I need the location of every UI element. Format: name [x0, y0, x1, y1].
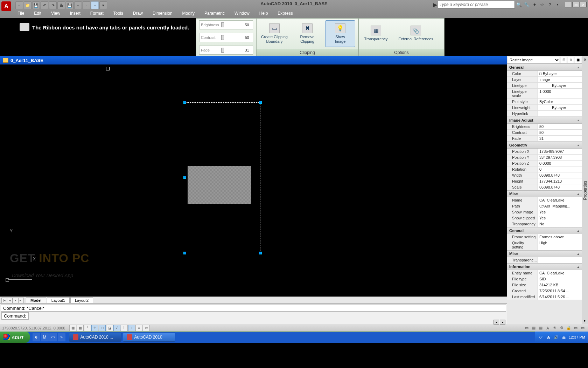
show-image-button[interactable]: 💡Show Image — [325, 20, 355, 47]
prop-group-header[interactable]: Geometry▲ — [507, 142, 582, 149]
qat-workspace-icon[interactable]: ▫ — [91, 1, 99, 9]
create-clipping-button[interactable]: ▭Create Clipping Boundary — [259, 20, 289, 47]
help-icon[interactable]: ? — [546, 1, 553, 8]
prop-group-header[interactable]: Information▲ — [507, 263, 582, 270]
prop-row[interactable]: Color□ ByLayer — [507, 71, 582, 77]
grip-tl[interactable] — [183, 101, 186, 104]
prop-row[interactable]: Fade31 — [507, 136, 582, 142]
menu-help[interactable]: Help — [254, 10, 273, 17]
prop-row[interactable]: File size314212 KB — [507, 282, 582, 288]
menu-edit[interactable]: Edit — [29, 10, 46, 17]
prop-row[interactable]: Width86890.8743 — [507, 172, 582, 178]
prop-row[interactable]: Contrast50 — [507, 130, 582, 136]
prop-row[interactable]: Created7/25/2011 8:54 ... — [507, 288, 582, 294]
quickview-drawings-icon[interactable]: ▦ — [538, 325, 544, 331]
fade-slider[interactable]: Fade31 — [199, 46, 253, 55]
grip-br[interactable] — [259, 252, 262, 254]
minimize-button[interactable]: – — [565, 2, 572, 7]
menu-dimension[interactable]: Dimension — [148, 10, 177, 17]
prop-row[interactable]: Plot styleByColor — [507, 99, 582, 105]
prop-row[interactable]: Height177344.1213 — [507, 178, 582, 184]
tab-last-icon[interactable]: ▸| — [18, 298, 24, 303]
qat-print-icon[interactable]: 🖶 — [57, 1, 65, 9]
workspace-switch-icon[interactable]: ⚙ — [559, 325, 565, 331]
3dosnap-toggle[interactable]: ◪ — [106, 325, 113, 331]
grip-bl[interactable] — [183, 252, 186, 254]
prop-row[interactable]: Rotation0 — [507, 166, 582, 172]
tab-prev-icon[interactable]: ◂ — [7, 298, 13, 303]
tab-first-icon[interactable]: |◂ — [1, 298, 7, 303]
app-menu-button[interactable]: A — [1, 1, 11, 11]
quickselect-icon[interactable]: ⊞ — [561, 57, 567, 63]
snap-toggle[interactable]: ▦ — [69, 325, 76, 331]
infocenter-search[interactable] — [438, 1, 515, 8]
model-paper-toggle[interactable]: ▭ — [524, 325, 530, 331]
tray-network-icon[interactable]: 🖧 — [546, 334, 551, 340]
cmd-scroll-left-icon[interactable]: ◂ — [493, 320, 499, 325]
grip-tr[interactable] — [259, 101, 262, 104]
maximize-button[interactable]: ▭ — [572, 2, 579, 7]
help-dropdown-icon[interactable]: ▼ — [554, 1, 561, 8]
menu-express[interactable]: Express — [273, 10, 298, 17]
taskbar-item-autocad-2[interactable]: AutoCAD 2010 — [123, 333, 175, 342]
ql-mail-icon[interactable]: M — [41, 333, 49, 341]
menu-view[interactable]: View — [46, 10, 65, 17]
cmd-scroll-right-icon[interactable]: ▸ — [500, 320, 505, 325]
pickadd-icon[interactable]: ▣ — [575, 57, 581, 63]
properties-body[interactable]: General▲Color□ ByLayerLayerImageLinetype… — [507, 64, 582, 324]
prop-row[interactable]: Frame settingFrames above — [507, 234, 582, 240]
qat-redo-icon[interactable]: ↷ — [49, 1, 57, 9]
qat-new-icon[interactable]: ▫ — [15, 1, 23, 9]
prop-row[interactable]: Show clippedYes — [507, 215, 582, 221]
prop-row[interactable]: Quality settingHigh — [507, 240, 582, 250]
qat-open-icon[interactable]: 📁 — [24, 1, 31, 9]
selectobj-icon[interactable]: ⊕ — [568, 57, 574, 63]
prop-row[interactable]: Scale86890.8743 — [507, 184, 582, 190]
prop-group-header[interactable]: Misc▲ — [507, 250, 582, 257]
prop-row[interactable]: TransparencyNo — [507, 221, 582, 227]
hardware-accel-icon[interactable]: ▭ — [573, 325, 579, 331]
menu-tools[interactable]: Tools — [108, 10, 128, 17]
binoculars-icon[interactable]: 🔍 — [516, 1, 523, 8]
taskbar-item-autocad-1[interactable]: AutoCAD 2010 ... — [69, 333, 121, 342]
tray-usb-icon[interactable]: ⏏ — [561, 334, 567, 340]
prop-group-header[interactable]: Image Adjust▲ — [507, 117, 582, 124]
qat-sheet-icon[interactable]: ▫ — [74, 1, 82, 9]
tray-volume-icon[interactable]: 🔊 — [553, 334, 559, 340]
command-prompt[interactable]: Command: — [1, 312, 29, 320]
prop-row[interactable]: Transparenc... — [507, 257, 582, 263]
qp-toggle[interactable]: ▭ — [143, 325, 150, 331]
prop-row[interactable]: Brightness50 — [507, 124, 582, 130]
menu-format[interactable]: Format — [85, 10, 108, 17]
clock[interactable]: 12:37 PM — [569, 335, 585, 339]
remove-clipping-button[interactable]: ✖Remove Clipping — [292, 20, 322, 47]
prop-row[interactable]: PathC:\Aer_Mapping... — [507, 203, 582, 209]
menu-modify[interactable]: Modify — [177, 10, 200, 17]
annovis-icon[interactable]: ☀ — [552, 325, 558, 331]
menu-window[interactable]: Window — [230, 10, 254, 17]
menu-parametric[interactable]: Parametric — [200, 10, 230, 17]
grip-ml[interactable] — [183, 176, 186, 179]
transparency-button[interactable]: ▦Transparency — [362, 20, 390, 47]
palette-titlebar[interactable]: ✕ Properties ▸ — [582, 56, 588, 324]
qat-plot-icon[interactable]: ▫ — [83, 1, 90, 9]
prop-row[interactable]: Linetype——— ByLayer — [507, 83, 582, 89]
palette-options-icon[interactable]: ▸ — [584, 319, 586, 322]
prop-row[interactable]: Position Y334297.3908 — [507, 155, 582, 161]
ql-ie-icon[interactable]: e — [33, 333, 40, 341]
tab-model[interactable]: Model — [26, 297, 46, 303]
close-button[interactable]: ✕ — [580, 2, 587, 7]
favorite-icon[interactable]: ☆ — [539, 1, 546, 8]
toolbar-lock-icon[interactable]: 🔒 — [566, 325, 572, 331]
object-type-select[interactable]: Raster Image — [508, 57, 560, 63]
drawing-canvas[interactable]: YX GET INTO PC Download Your Desired App — [0, 64, 507, 297]
dyn-toggle[interactable]: + — [128, 325, 135, 331]
grid-toggle[interactable]: ▦ — [77, 325, 84, 331]
external-references-button[interactable]: 📎External References — [393, 20, 439, 47]
prop-row[interactable]: Linetype scale1.0000 — [507, 89, 582, 99]
prop-row[interactable]: Hyperlink — [507, 111, 582, 117]
lwt-toggle[interactable]: ≡ — [135, 325, 142, 331]
prop-row[interactable]: Position X1735489.9097 — [507, 149, 582, 155]
prop-group-header[interactable]: Misc▲ — [507, 190, 582, 197]
drawing-titlebar[interactable]: 0_Aer11_BASE — [0, 56, 507, 64]
